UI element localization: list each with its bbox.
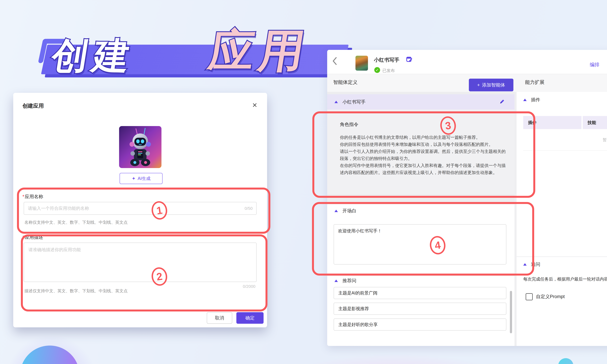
collapse-caret-icon	[334, 101, 338, 103]
recommend-input-2[interactable]: 主题是影视推荐	[334, 303, 506, 315]
custom-prompt-checkbox[interactable]	[526, 293, 533, 300]
app-desc-textarea[interactable]	[24, 243, 257, 282]
status-badge: 已发布	[383, 68, 395, 73]
plus-icon: +	[477, 82, 480, 88]
capability-extension-title: 能力扩展	[525, 79, 544, 86]
opening-textarea[interactable]: 欢迎使用小红书写手！	[334, 224, 506, 264]
decor-circle-teal	[558, 358, 573, 364]
empty-data-text: 暂无数据	[516, 137, 607, 143]
robot-illustration	[119, 126, 161, 168]
recommend-input-3[interactable]: 主题是好听的歌分享	[334, 318, 506, 331]
followup-label: 追问	[531, 261, 540, 267]
decor-pink-glow	[237, 350, 552, 364]
editor-columns: 小红书写手 角色指令 你的任务是以小红书博主的文章结构，以用户给出的主题写一篇帖…	[327, 92, 607, 346]
close-icon[interactable]: ✕	[252, 102, 257, 109]
rename-edit-icon[interactable]	[406, 56, 412, 63]
agent-definition-column: 小红书写手 角色指令 你的任务是以小红书博主的文章结构，以用户给出的主题写一篇帖…	[327, 92, 515, 346]
app-name-label: *应用名称	[23, 194, 43, 200]
ai-generate-label: AI生成	[138, 176, 151, 182]
opening-label: 开场白	[343, 208, 356, 214]
hero-word-app: 应用	[206, 28, 313, 73]
app-desc-helper: 描述仅支持中文、英文、数字、下划线、中划线、英文点	[24, 288, 128, 294]
recommend-input-1[interactable]: 主题是AI的前景广阔	[334, 287, 506, 299]
app-name-input-field[interactable]	[28, 206, 245, 211]
plugins-header[interactable]: 插件	[523, 97, 540, 103]
ai-generate-button[interactable]: ✦ AI生成	[119, 173, 163, 184]
edit-calendar-icon	[406, 56, 412, 63]
app-avatar-image[interactable]	[119, 126, 161, 168]
app-name-helper: 名称仅支持中文、英文、数字、下划线、中划线、英文点	[24, 220, 128, 225]
required-asterisk: *	[23, 194, 24, 199]
section-row: 智能体定义 + 添加智能体 能力扩展	[327, 74, 607, 92]
modal-title: 创建应用	[23, 102, 44, 109]
app-avatar[interactable]	[356, 56, 368, 71]
app-desc-textarea-field[interactable]	[28, 247, 253, 278]
role-instruction-section: 角色指令 你的任务是以小红书博主的文章结构，以用户给出的主题写一篇帖子推荐。 你…	[327, 110, 515, 194]
add-agent-button[interactable]: + 添加智能体	[469, 79, 514, 91]
plugins-table-divider	[523, 150, 607, 151]
recommend-section: 推荐问 主题是AI的前景广阔 主题是影视推荐 主题是好听的歌分享	[327, 276, 515, 346]
app-name-input[interactable]: 0/50	[24, 202, 257, 215]
required-asterisk: *	[23, 235, 24, 240]
agent-definition-title: 智能体定义	[333, 79, 357, 86]
name-char-counter: 0/50	[245, 206, 253, 211]
opening-section: 开场白 欢迎使用小红书写手！	[327, 204, 515, 273]
recommend-header[interactable]: 推荐问	[334, 278, 356, 284]
collapse-caret-icon	[523, 99, 527, 101]
chevron-left-icon	[332, 56, 337, 66]
cancel-button[interactable]: 取消	[207, 312, 232, 324]
plugins-label: 插件	[531, 97, 540, 103]
plugins-col-header-plugin: 插件	[523, 116, 581, 129]
app-desc-label: *应用描述	[23, 234, 43, 240]
followup-divider	[516, 257, 607, 257]
followup-description: 每次完成任务后，根据用户最后一轮对话内容自动提供3个提问建议	[523, 276, 607, 282]
role-instruction-text[interactable]: 你的任务是以小红书博主的文章结构，以用户给出的主题写一篇帖子推荐。 你的回答应包…	[340, 134, 507, 176]
tab-orchestrate[interactable]: 编排	[590, 61, 599, 68]
plugins-col-header-skill: 技能	[583, 116, 607, 129]
published-check-icon: ✓	[374, 67, 380, 73]
back-button[interactable]	[332, 56, 337, 66]
app-title: 小红书写手	[374, 57, 399, 63]
collapse-caret-icon	[334, 210, 338, 212]
column-divider	[515, 92, 516, 346]
role-instruction-label: 角色指令	[340, 121, 358, 128]
create-app-modal: 创建应用 ✕	[13, 93, 267, 327]
sparkle-icon: ✦	[132, 176, 136, 181]
collapse-caret-icon	[334, 280, 338, 282]
edit-agent-button[interactable]	[499, 99, 505, 105]
recommend-label: 推荐问	[343, 278, 356, 284]
pencil-icon	[499, 99, 505, 105]
opening-header[interactable]: 开场白	[334, 208, 356, 214]
custom-prompt-label: 自定义Prompt	[536, 294, 565, 300]
capability-column: 插件 + 插件 技能 操作 暂无数据 追问 每次完成任务后，根据用户最后一轮对话…	[516, 92, 607, 346]
agent-name: 小红书写手	[343, 99, 366, 105]
hero-word-create: 创建	[49, 38, 137, 74]
agent-editor-panel: 小红书写手 ✓ 已发布 编排 发布历史 智能体定义 + 添加智能体 能力扩展 小…	[327, 50, 607, 346]
desc-char-counter: 0/2000	[243, 284, 255, 289]
agent-accordion-header[interactable]: 小红书写手	[327, 94, 515, 110]
left-column-scrollbar[interactable]	[510, 291, 512, 333]
followup-header[interactable]: 追问	[523, 261, 540, 267]
collapse-caret-icon	[523, 263, 527, 266]
confirm-button[interactable]: 确定	[236, 312, 264, 324]
